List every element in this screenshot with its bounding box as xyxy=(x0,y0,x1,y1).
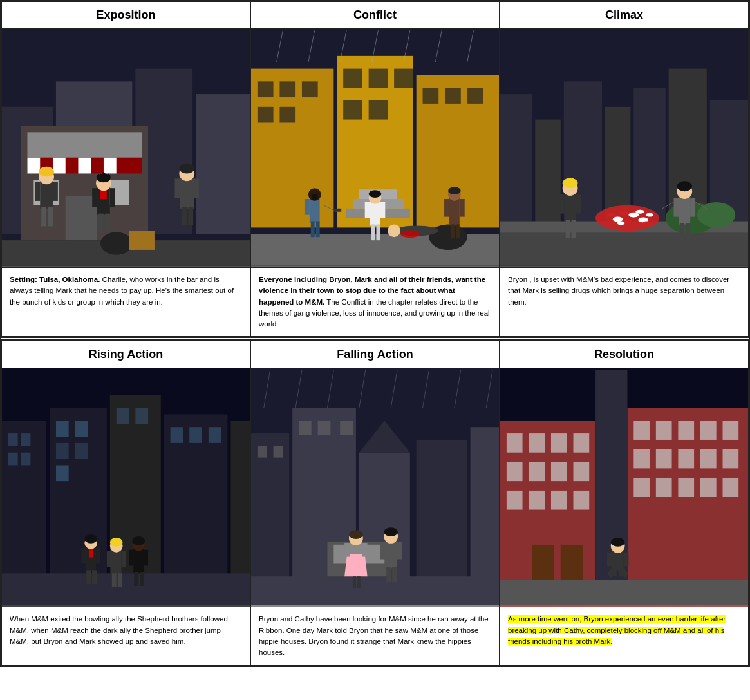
svg-rect-10 xyxy=(78,158,91,174)
svg-rect-226 xyxy=(529,462,545,482)
svg-rect-57 xyxy=(423,88,439,104)
svg-rect-133 xyxy=(686,223,690,241)
svg-rect-77 xyxy=(305,199,310,215)
climax-body: Bryon , is upset with M&M's bad experien… xyxy=(508,276,729,306)
svg-rect-211 xyxy=(357,576,361,588)
cell-rising: Rising Action xyxy=(1,341,250,665)
svg-rect-84 xyxy=(380,202,385,218)
svg-point-108 xyxy=(697,202,735,227)
svg-rect-169 xyxy=(107,551,111,567)
svg-rect-222 xyxy=(529,433,545,453)
svg-rect-224 xyxy=(574,433,590,453)
svg-rect-124 xyxy=(576,194,581,214)
svg-rect-147 xyxy=(56,466,69,482)
svg-rect-177 xyxy=(144,550,148,566)
svg-rect-56 xyxy=(369,100,388,120)
svg-rect-130 xyxy=(674,198,679,217)
svg-rect-127 xyxy=(679,196,690,224)
svg-rect-163 xyxy=(96,548,100,564)
svg-rect-120 xyxy=(565,193,576,221)
svg-rect-238 xyxy=(678,421,694,440)
svg-rect-240 xyxy=(723,421,739,440)
svg-rect-236 xyxy=(633,421,650,440)
svg-point-111 xyxy=(613,217,623,222)
svg-rect-8 xyxy=(27,158,40,174)
svg-rect-154 xyxy=(209,427,221,443)
svg-point-122 xyxy=(563,178,578,188)
svg-rect-181 xyxy=(251,433,289,580)
svg-rect-165 xyxy=(92,571,97,585)
falling-image xyxy=(251,368,499,607)
rising-text: When M&M exited the bowling ally the She… xyxy=(2,607,250,665)
svg-rect-123 xyxy=(559,194,565,214)
svg-rect-233 xyxy=(532,545,554,580)
svg-rect-225 xyxy=(507,462,523,482)
svg-rect-9 xyxy=(53,158,66,174)
exposition-bold: Setting: Tulsa, Oklahoma. xyxy=(10,276,100,283)
svg-point-116 xyxy=(646,213,653,217)
svg-rect-252 xyxy=(500,580,748,605)
rising-body: When M&M exited the bowling ally the She… xyxy=(10,615,228,645)
svg-rect-190 xyxy=(318,421,331,435)
svg-rect-40 xyxy=(194,178,199,198)
svg-rect-234 xyxy=(561,545,583,580)
svg-rect-216 xyxy=(397,542,402,560)
resolution-image xyxy=(500,368,748,607)
svg-point-214 xyxy=(384,527,398,536)
svg-rect-76 xyxy=(333,209,341,212)
svg-rect-210 xyxy=(353,576,356,588)
svg-rect-170 xyxy=(122,551,126,567)
svg-rect-49 xyxy=(302,81,318,97)
svg-rect-34 xyxy=(98,214,104,233)
svg-rect-140 xyxy=(8,453,18,466)
svg-rect-90 xyxy=(449,197,460,225)
falling-header: Falling Action xyxy=(251,341,499,368)
svg-rect-6 xyxy=(27,132,142,157)
svg-rect-223 xyxy=(551,433,567,453)
svg-rect-164 xyxy=(86,571,91,585)
svg-rect-33 xyxy=(110,188,115,207)
svg-rect-178 xyxy=(134,572,138,587)
svg-rect-153 xyxy=(189,427,202,443)
svg-rect-248 xyxy=(678,478,694,497)
svg-rect-98 xyxy=(500,94,532,240)
climax-header: Climax xyxy=(500,2,748,29)
svg-rect-185 xyxy=(417,440,467,580)
cell-climax: Climax xyxy=(500,1,749,337)
svg-point-109 xyxy=(595,205,659,231)
svg-point-207 xyxy=(349,530,363,539)
resolution-body: As more time went on, Bryon experienced … xyxy=(508,615,726,645)
svg-rect-191 xyxy=(340,421,353,435)
svg-rect-50 xyxy=(258,107,274,123)
svg-rect-74 xyxy=(312,194,318,200)
cell-falling: Falling Action xyxy=(250,341,500,665)
svg-rect-138 xyxy=(8,433,18,446)
svg-rect-152 xyxy=(171,427,183,443)
conflict-text: Everyone including Bryon, Mark and all o… xyxy=(251,267,499,336)
svg-rect-243 xyxy=(678,449,694,469)
svg-point-175 xyxy=(132,536,145,545)
svg-rect-250 xyxy=(723,478,739,497)
svg-rect-246 xyxy=(633,478,650,497)
svg-point-92 xyxy=(448,187,461,194)
svg-rect-173 xyxy=(133,548,144,573)
svg-rect-239 xyxy=(700,421,717,440)
svg-point-168 xyxy=(110,538,123,547)
svg-point-115 xyxy=(607,213,616,217)
svg-point-114 xyxy=(635,210,644,214)
svg-point-38 xyxy=(179,164,194,174)
cell-exposition: Exposition xyxy=(1,1,250,337)
svg-rect-228 xyxy=(574,462,590,482)
svg-rect-54 xyxy=(394,69,413,88)
svg-rect-237 xyxy=(656,421,672,440)
storyboard: Exposition xyxy=(0,0,750,667)
svg-rect-189 xyxy=(299,421,312,435)
resolution-text: As more time went on, Bryon experienced … xyxy=(500,607,748,665)
exposition-header: Exposition xyxy=(2,2,250,29)
svg-rect-96 xyxy=(456,224,460,238)
svg-rect-24 xyxy=(48,207,53,227)
svg-rect-41 xyxy=(182,207,187,225)
svg-rect-51 xyxy=(279,107,295,123)
svg-rect-23 xyxy=(41,207,46,227)
rising-header: Rising Action xyxy=(2,341,250,368)
